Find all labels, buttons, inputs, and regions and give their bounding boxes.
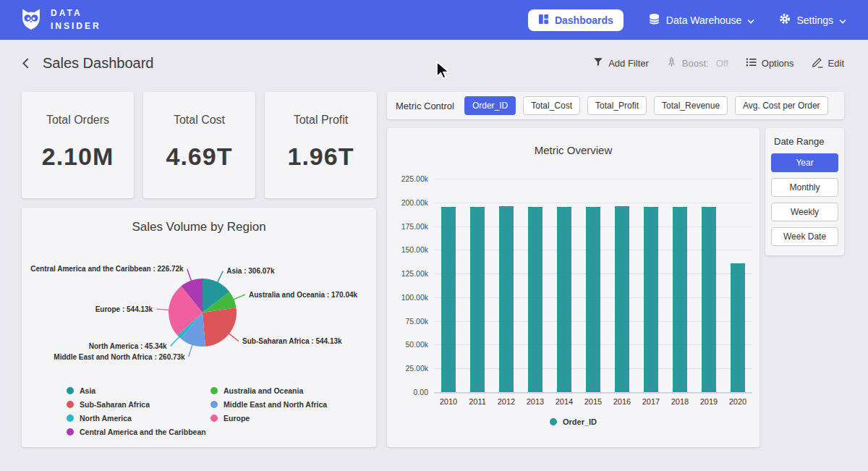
- metric-button-total-cost[interactable]: Total_Cost: [523, 96, 580, 115]
- pie-chart: Asia : 306.07kAustralia and Oceania : 17…: [22, 240, 376, 385]
- x-axis-label: 2011: [463, 397, 492, 406]
- bar-2011[interactable]: [470, 207, 485, 392]
- pie-label-north-america: North America : 45.34k: [89, 342, 167, 350]
- kpi-value: 1.96T: [288, 143, 354, 171]
- dashboard-header: Sales Dashboard Add Filter Boost:Off: [0, 40, 868, 86]
- pie-leader-asia: [217, 271, 223, 283]
- x-axis-label: 2020: [723, 397, 752, 406]
- gear-icon: [779, 13, 791, 27]
- edit-button[interactable]: Edit: [812, 56, 844, 70]
- legend-dot: [210, 387, 218, 394]
- kpi-value: 2.10M: [42, 143, 114, 171]
- x-axis-label: 2018: [665, 397, 694, 406]
- dashboards-button[interactable]: Dashboards: [528, 9, 624, 31]
- metric-button-total-profit[interactable]: Total_Profit: [587, 96, 647, 115]
- pie-legend-item-europe[interactable]: Europe: [210, 414, 327, 423]
- metric-control-label: Metric Control: [396, 101, 454, 111]
- date-range-button-week-date[interactable]: Week Date: [771, 227, 838, 246]
- pie-leader-sub-saharan-africa: [229, 334, 239, 341]
- legend-dot: [210, 401, 218, 408]
- x-axis-label: 2016: [608, 397, 637, 406]
- pie-legend-item-middle-east-and-north-africa[interactable]: Middle East and North Africa: [210, 400, 327, 409]
- pie-legend-item-asia[interactable]: Asia: [67, 386, 208, 395]
- kpi-value: 4.69T: [166, 143, 233, 171]
- brand-logo[interactable]: DATA INSIDER: [20, 7, 101, 33]
- pie-legend-label: North America: [80, 414, 132, 423]
- options-button[interactable]: Options: [746, 57, 794, 69]
- kpi-card-total-orders: Total Orders 2.10M: [22, 92, 134, 198]
- bar-2017[interactable]: [644, 207, 658, 392]
- x-axis-label: 2017: [637, 397, 665, 406]
- y-axis-tick: 175.00k: [388, 222, 428, 231]
- date-range-button-year[interactable]: Year: [771, 153, 838, 172]
- gridline: [434, 392, 752, 394]
- bar-2020[interactable]: [731, 263, 745, 392]
- date-range-button-weekly[interactable]: Weekly: [771, 203, 838, 221]
- pie-leader-central-america-and-the-caribbean: [187, 269, 192, 281]
- chevron-down-icon: [747, 14, 754, 26]
- pie-legend-item-sub-saharan-africa[interactable]: Sub-Saharan Africa: [67, 400, 208, 409]
- bar-2018[interactable]: [673, 207, 687, 392]
- y-axis-tick: 200.00k: [388, 198, 428, 207]
- metric-button-total-revenue[interactable]: Total_Revenue: [654, 96, 728, 115]
- bar-2015[interactable]: [586, 207, 600, 392]
- kpi-card-total-cost: Total Cost 4.69T: [143, 92, 255, 198]
- pie-chart-panel: Sales Volume by Region Asia : 306.07kAus…: [22, 208, 376, 447]
- list-icon: [746, 57, 757, 69]
- y-axis-tick: 50.00k: [388, 340, 428, 349]
- dashboard-grid-icon: [538, 14, 549, 27]
- page-title: Sales Dashboard: [43, 55, 153, 72]
- gridline: [434, 179, 752, 179]
- metric-control-buttons: Order_IDTotal_CostTotal_ProfitTotal_Reve…: [464, 96, 828, 115]
- pie-legend-label: Central America and the Caribbean: [80, 428, 206, 436]
- bar-2016[interactable]: [615, 206, 629, 392]
- x-axis-label: 2014: [550, 397, 579, 406]
- pie-legend-item-australia-and-oceania[interactable]: Australia and Oceania: [210, 386, 327, 395]
- pie-legend-label: Europe: [224, 414, 250, 423]
- pie-label-asia: Asia : 306.07k: [226, 267, 275, 275]
- date-range-button-monthly[interactable]: Monthly: [771, 178, 838, 197]
- options-label: Options: [762, 58, 794, 69]
- y-axis-tick: 0.00: [388, 388, 428, 396]
- back-button[interactable]: [22, 57, 30, 69]
- y-axis-tick: 225.00k: [388, 174, 428, 183]
- bar-chart-legend[interactable]: Order_ID: [387, 417, 760, 426]
- y-axis-tick: 75.00k: [388, 317, 428, 326]
- pie-slice-sub-saharan-africa[interactable]: [203, 307, 237, 347]
- metric-button-avg-cost-per-order[interactable]: Avg. Cost per Order: [735, 96, 828, 115]
- bar-2019[interactable]: [702, 207, 716, 392]
- date-range-panel: Date Range YearMonthlyWeeklyWeek Date: [765, 128, 844, 255]
- dashboards-label: Dashboards: [555, 14, 613, 26]
- settings-menu[interactable]: Settings: [779, 13, 846, 27]
- metric-button-order-id[interactable]: Order_ID: [464, 96, 516, 115]
- x-axis-label: 2010: [434, 397, 463, 406]
- bar-2013[interactable]: [528, 207, 542, 392]
- pie-leader-middle-east-and-north-africa: [189, 344, 193, 357]
- database-icon: [648, 13, 660, 27]
- add-filter-label: Add Filter: [608, 58, 649, 69]
- pie-legend-item-north-america[interactable]: North America: [67, 414, 208, 423]
- top-nav: DATA INSIDER Dashboards: [0, 0, 868, 40]
- pie-label-sub-saharan-africa: Sub-Saharan Africa : 544.13k: [242, 337, 342, 345]
- x-axis-label: 2013: [521, 397, 550, 406]
- data-warehouse-menu[interactable]: Data Warehouse: [648, 13, 755, 27]
- bar-2010[interactable]: [441, 207, 456, 392]
- pie-label-europe: Europe : 544.13k: [95, 305, 153, 313]
- boost-toggle[interactable]: Boost:Off: [666, 56, 728, 70]
- y-axis-tick: 100.00k: [388, 293, 428, 302]
- bar-2014[interactable]: [557, 207, 571, 392]
- settings-label: Settings: [796, 14, 833, 26]
- bar-2012[interactable]: [499, 206, 514, 392]
- pie-leader-europe: [156, 309, 169, 310]
- pie-legend-label: Middle East and North Africa: [224, 400, 327, 409]
- rocket-icon: [666, 56, 677, 70]
- y-axis-tick: 25.00k: [388, 364, 428, 373]
- kpi-label: Total Cost: [174, 114, 225, 127]
- edit-label: Edit: [828, 58, 844, 69]
- legend-dot: [67, 428, 74, 436]
- add-filter-button[interactable]: Add Filter: [593, 57, 649, 69]
- pie-legend-label: Sub-Saharan Africa: [80, 400, 150, 409]
- metric-control-bar: Metric Control Order_IDTotal_CostTotal_P…: [387, 92, 844, 119]
- pie-legend-item-central-america-and-the-caribbean[interactable]: Central America and the Caribbean: [67, 428, 208, 436]
- x-axis-label: 2019: [694, 397, 723, 406]
